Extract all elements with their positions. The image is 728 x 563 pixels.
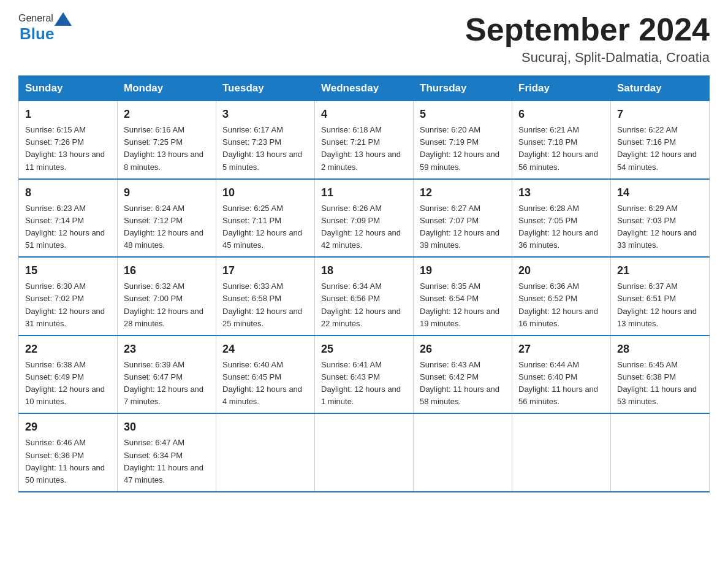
- day-number: 26: [420, 341, 506, 358]
- day-number: 22: [25, 341, 111, 358]
- day-info: Sunrise: 6:29 AMSunset: 7:03 PMDaylight:…: [617, 202, 703, 252]
- calendar-day-cell: 13 Sunrise: 6:28 AMSunset: 7:05 PMDaylig…: [512, 179, 611, 258]
- day-info: Sunrise: 6:35 AMSunset: 6:54 PMDaylight:…: [420, 280, 506, 330]
- calendar-day-cell: 25 Sunrise: 6:41 AMSunset: 6:43 PMDaylig…: [315, 335, 414, 414]
- day-number: 2: [124, 106, 210, 123]
- calendar-week-row: 29 Sunrise: 6:46 AMSunset: 6:36 PMDaylig…: [19, 413, 710, 492]
- calendar-week-row: 22 Sunrise: 6:38 AMSunset: 6:49 PMDaylig…: [19, 335, 710, 414]
- day-info: Sunrise: 6:32 AMSunset: 7:00 PMDaylight:…: [124, 280, 210, 330]
- day-info: Sunrise: 6:30 AMSunset: 7:02 PMDaylight:…: [25, 280, 111, 330]
- calendar-week-row: 8 Sunrise: 6:23 AMSunset: 7:14 PMDayligh…: [19, 179, 710, 258]
- calendar-day-cell: 9 Sunrise: 6:24 AMSunset: 7:12 PMDayligh…: [118, 179, 216, 258]
- calendar-week-row: 1 Sunrise: 6:15 AMSunset: 7:26 PMDayligh…: [19, 101, 710, 179]
- calendar-day-cell: [414, 413, 512, 492]
- calendar-day-cell: 23 Sunrise: 6:39 AMSunset: 6:47 PMDaylig…: [118, 335, 216, 414]
- day-info: Sunrise: 6:24 AMSunset: 7:12 PMDaylight:…: [124, 202, 210, 252]
- calendar-day-cell: 29 Sunrise: 6:46 AMSunset: 6:36 PMDaylig…: [19, 413, 118, 492]
- calendar-day-cell: 1 Sunrise: 6:15 AMSunset: 7:26 PMDayligh…: [19, 101, 118, 179]
- day-number: 18: [321, 262, 407, 279]
- day-info: Sunrise: 6:25 AMSunset: 7:11 PMDaylight:…: [222, 202, 308, 252]
- calendar-day-cell: 10 Sunrise: 6:25 AMSunset: 7:11 PMDaylig…: [216, 179, 315, 258]
- day-number: 10: [222, 185, 308, 201]
- day-number: 29: [25, 419, 111, 435]
- day-info: Sunrise: 6:46 AMSunset: 6:36 PMDaylight:…: [25, 437, 111, 486]
- calendar-day-cell: 5 Sunrise: 6:20 AMSunset: 7:19 PMDayligh…: [414, 101, 512, 179]
- page-header: General Blue September 2024 Sucuraj, Spl…: [18, 12, 710, 66]
- calendar-day-cell: 18 Sunrise: 6:34 AMSunset: 6:56 PMDaylig…: [315, 257, 414, 335]
- day-number: 16: [124, 262, 210, 279]
- location-title: Sucuraj, Split-Dalmatia, Croatia: [465, 50, 710, 66]
- day-number: 13: [518, 185, 604, 201]
- day-number: 8: [25, 185, 111, 201]
- day-number: 23: [124, 341, 210, 358]
- col-friday: Friday: [512, 76, 611, 101]
- calendar-day-cell: 21 Sunrise: 6:37 AMSunset: 6:51 PMDaylig…: [611, 257, 710, 335]
- day-info: Sunrise: 6:43 AMSunset: 6:42 PMDaylight:…: [420, 359, 506, 408]
- calendar-day-cell: 28 Sunrise: 6:45 AMSunset: 6:38 PMDaylig…: [611, 335, 710, 414]
- col-thursday: Thursday: [414, 76, 512, 101]
- calendar-day-cell: 15 Sunrise: 6:30 AMSunset: 7:02 PMDaylig…: [19, 257, 118, 335]
- day-number: 6: [518, 106, 604, 123]
- day-number: 21: [617, 262, 703, 279]
- day-number: 19: [420, 262, 506, 279]
- day-info: Sunrise: 6:17 AMSunset: 7:23 PMDaylight:…: [222, 124, 308, 174]
- day-number: 11: [321, 185, 407, 201]
- calendar-day-cell: 22 Sunrise: 6:38 AMSunset: 6:49 PMDaylig…: [19, 335, 118, 414]
- calendar-day-cell: 8 Sunrise: 6:23 AMSunset: 7:14 PMDayligh…: [19, 179, 118, 258]
- day-info: Sunrise: 6:47 AMSunset: 6:34 PMDaylight:…: [124, 437, 210, 486]
- svg-marker-0: [55, 12, 72, 26]
- day-info: Sunrise: 6:41 AMSunset: 6:43 PMDaylight:…: [321, 359, 407, 408]
- day-info: Sunrise: 6:45 AMSunset: 6:38 PMDaylight:…: [617, 359, 703, 408]
- day-info: Sunrise: 6:22 AMSunset: 7:16 PMDaylight:…: [617, 124, 703, 174]
- calendar-day-cell: 7 Sunrise: 6:22 AMSunset: 7:16 PMDayligh…: [611, 101, 710, 179]
- day-number: 3: [222, 106, 308, 123]
- calendar-day-cell: [315, 413, 414, 492]
- month-title: September 2024: [465, 12, 710, 47]
- calendar-day-cell: 6 Sunrise: 6:21 AMSunset: 7:18 PMDayligh…: [512, 101, 611, 179]
- day-number: 17: [222, 262, 308, 279]
- calendar-day-cell: 20 Sunrise: 6:36 AMSunset: 6:52 PMDaylig…: [512, 257, 611, 335]
- logo-general-text: General: [18, 13, 53, 24]
- day-info: Sunrise: 6:39 AMSunset: 6:47 PMDaylight:…: [124, 359, 210, 408]
- day-number: 24: [222, 341, 308, 358]
- col-wednesday: Wednesday: [315, 76, 414, 101]
- day-info: Sunrise: 6:38 AMSunset: 6:49 PMDaylight:…: [25, 359, 111, 408]
- calendar-day-cell: 3 Sunrise: 6:17 AMSunset: 7:23 PMDayligh…: [216, 101, 315, 179]
- day-info: Sunrise: 6:36 AMSunset: 6:52 PMDaylight:…: [518, 280, 604, 330]
- calendar-day-cell: 26 Sunrise: 6:43 AMSunset: 6:42 PMDaylig…: [414, 335, 512, 414]
- calendar-day-cell: 19 Sunrise: 6:35 AMSunset: 6:54 PMDaylig…: [414, 257, 512, 335]
- calendar-day-cell: 16 Sunrise: 6:32 AMSunset: 7:00 PMDaylig…: [118, 257, 216, 335]
- logo-triangle-icon: [55, 12, 72, 26]
- day-number: 7: [617, 106, 703, 123]
- col-saturday: Saturday: [611, 76, 710, 101]
- day-info: Sunrise: 6:16 AMSunset: 7:25 PMDaylight:…: [124, 124, 210, 174]
- calendar-day-cell: 14 Sunrise: 6:29 AMSunset: 7:03 PMDaylig…: [611, 179, 710, 258]
- day-number: 25: [321, 341, 407, 358]
- day-number: 4: [321, 106, 407, 123]
- calendar-day-cell: 27 Sunrise: 6:44 AMSunset: 6:40 PMDaylig…: [512, 335, 611, 414]
- col-tuesday: Tuesday: [216, 76, 315, 101]
- col-sunday: Sunday: [19, 76, 118, 101]
- calendar-day-cell: 24 Sunrise: 6:40 AMSunset: 6:45 PMDaylig…: [216, 335, 315, 414]
- col-monday: Monday: [118, 76, 216, 101]
- day-info: Sunrise: 6:27 AMSunset: 7:07 PMDaylight:…: [420, 202, 506, 252]
- day-info: Sunrise: 6:26 AMSunset: 7:09 PMDaylight:…: [321, 202, 407, 252]
- day-info: Sunrise: 6:37 AMSunset: 6:51 PMDaylight:…: [617, 280, 703, 330]
- calendar-header-row: Sunday Monday Tuesday Wednesday Thursday…: [19, 76, 710, 101]
- calendar-day-cell: 4 Sunrise: 6:18 AMSunset: 7:21 PMDayligh…: [315, 101, 414, 179]
- day-number: 9: [124, 185, 210, 201]
- logo: General Blue: [18, 12, 73, 44]
- calendar-table: Sunday Monday Tuesday Wednesday Thursday…: [18, 75, 710, 492]
- day-number: 12: [420, 185, 506, 201]
- title-section: September 2024 Sucuraj, Split-Dalmatia, …: [465, 12, 710, 66]
- day-info: Sunrise: 6:15 AMSunset: 7:26 PMDaylight:…: [25, 124, 111, 174]
- day-number: 27: [518, 341, 604, 358]
- day-info: Sunrise: 6:33 AMSunset: 6:58 PMDaylight:…: [222, 280, 308, 330]
- day-number: 15: [25, 262, 111, 279]
- day-info: Sunrise: 6:34 AMSunset: 6:56 PMDaylight:…: [321, 280, 407, 330]
- calendar-day-cell: [611, 413, 710, 492]
- calendar-day-cell: 30 Sunrise: 6:47 AMSunset: 6:34 PMDaylig…: [118, 413, 216, 492]
- day-info: Sunrise: 6:18 AMSunset: 7:21 PMDaylight:…: [321, 124, 407, 174]
- calendar-day-cell: 11 Sunrise: 6:26 AMSunset: 7:09 PMDaylig…: [315, 179, 414, 258]
- calendar-day-cell: [216, 413, 315, 492]
